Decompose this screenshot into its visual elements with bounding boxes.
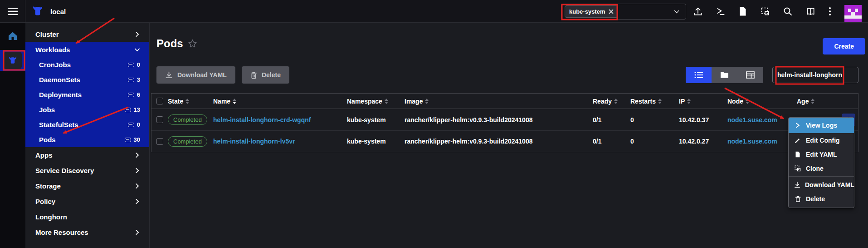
sidebar-item-label: Deployments <box>39 91 82 99</box>
resource-count: 3 <box>137 76 140 83</box>
sidebar-item-longhorn[interactable]: Longhorn <box>25 209 149 224</box>
resource-count-icon <box>128 93 134 97</box>
menu-item-view-logs[interactable]: View Logs <box>789 118 854 133</box>
sidebar-item-label: Cluster <box>35 30 59 38</box>
menu-item-edit-config[interactable]: Edit Config <box>789 133 854 147</box>
ready-cell: 0/1 <box>593 138 630 145</box>
clone-icon <box>794 165 801 172</box>
sidebar-item-storage[interactable]: Storage <box>25 178 149 193</box>
ip-cell: 10.42.0.37 <box>679 116 727 124</box>
sidebar-item-workloads[interactable]: Workloads <box>25 42 149 57</box>
overflow-menu-button[interactable] <box>829 6 831 16</box>
delete-label: Delete <box>262 71 281 79</box>
menu-item-download-yaml[interactable]: Download YAML <box>789 178 854 192</box>
menu-item-label: Delete <box>806 195 825 203</box>
row-checkbox[interactable] <box>156 116 163 123</box>
rancher-app: local kube-system <box>0 0 868 248</box>
node-link[interactable]: node1.suse.com <box>727 138 777 145</box>
search-button[interactable] <box>783 6 793 16</box>
remove-namespace-icon[interactable] <box>609 9 614 14</box>
edit-yaml-button[interactable] <box>738 6 747 16</box>
sidebar-item-label: Policy <box>35 198 55 205</box>
sidebar-item-apps[interactable]: Apps <box>25 147 149 163</box>
download-yaml-label: Download YAML <box>177 71 227 79</box>
favorite-star-icon[interactable] <box>188 39 197 48</box>
resource-count: 13 <box>134 106 140 113</box>
resource-count-icon <box>128 63 134 67</box>
sidebar-item-statefulsets[interactable]: StatefulSets 0 <box>25 117 149 132</box>
sidebar-item-cluster[interactable]: Cluster <box>25 26 149 42</box>
state-cell: Completed <box>168 136 213 147</box>
sidebar-item-cronjobs[interactable]: CronJobs 0 <box>25 57 149 72</box>
chevron-right-icon <box>134 168 140 174</box>
sidebar-item-deployments[interactable]: Deployments 6 <box>25 87 149 102</box>
menu-item-label: Edit YAML <box>806 151 837 158</box>
table-row: Completed helm-install-longhorn-crd-wgqn… <box>151 109 858 130</box>
delete-button[interactable]: Delete <box>242 66 289 84</box>
table-header-row: State Name Namespace Image Ready Restart… <box>151 94 858 109</box>
sidebar-nav: Cluster Workloads CronJobs 0 DaemonSets … <box>25 23 150 248</box>
page-title: Pods <box>156 37 183 50</box>
column-header-image[interactable]: Image <box>405 98 593 105</box>
column-header-ready[interactable]: Ready <box>593 98 630 105</box>
column-header-name[interactable]: Name <box>213 98 347 105</box>
topbar: local kube-system <box>0 0 868 23</box>
home-button[interactable] <box>0 29 25 43</box>
column-header-state[interactable]: State <box>168 98 213 105</box>
hamburger-menu-button[interactable] <box>0 0 25 23</box>
resource-count-icon <box>125 138 131 142</box>
create-button[interactable]: Create <box>823 38 865 55</box>
paste-icon <box>760 6 770 16</box>
download-yaml-button[interactable]: Download YAML <box>156 66 235 84</box>
filter-input[interactable] <box>772 67 858 83</box>
file-icon <box>738 6 747 16</box>
kubectl-shell-button[interactable] <box>716 6 726 16</box>
docs-button[interactable] <box>805 6 816 16</box>
pod-name-link[interactable]: helm-install-longhorn-crd-wgqnf <box>213 116 311 124</box>
resource-count: 30 <box>134 136 140 143</box>
book-icon <box>805 6 816 16</box>
sidebar-item-daemonsets[interactable]: DaemonSets 3 <box>25 72 149 87</box>
menu-item-label: Download YAML <box>805 181 854 188</box>
sidebar-item-label: Workloads <box>35 46 70 54</box>
pods-table: State Name Namespace Image Ready Restart… <box>151 93 858 152</box>
column-header-namespace[interactable]: Namespace <box>347 98 405 105</box>
sidebar-item-more-resources[interactable]: More Resources <box>25 224 149 240</box>
column-header-restarts[interactable]: Restarts <box>630 98 679 105</box>
grid-view-button[interactable] <box>737 67 763 83</box>
column-header-ip[interactable]: IP <box>679 98 727 105</box>
menu-item-clone[interactable]: Clone <box>789 161 854 175</box>
namespace-chip[interactable]: kube-system <box>565 5 618 18</box>
resource-count-icon <box>128 78 134 82</box>
sidebar-item-pods[interactable]: Pods 30 <box>25 132 149 147</box>
sidebar-item-label: CronJobs <box>39 61 71 69</box>
menu-item-edit-yaml[interactable]: Edit YAML <box>789 147 854 161</box>
sidebar-item-policy[interactable]: Policy <box>25 193 149 209</box>
folder-view-button[interactable] <box>712 67 737 83</box>
upload-icon <box>693 6 703 16</box>
node-link[interactable]: node1.suse.com <box>727 116 777 124</box>
import-button[interactable] <box>693 6 703 16</box>
sidebar-item-service-discovery[interactable]: Service Discovery <box>25 163 149 178</box>
brand: local <box>31 0 66 23</box>
list-view-button[interactable] <box>686 67 712 83</box>
column-header-age[interactable]: Age <box>797 98 858 105</box>
namespace-cell: kube-system <box>347 116 405 124</box>
select-all-checkbox[interactable] <box>156 98 163 104</box>
node-cell: node1.suse.com <box>727 116 797 124</box>
sidebar-item-jobs[interactable]: Jobs 13 <box>25 102 149 117</box>
menu-item-label: Clone <box>806 165 824 172</box>
restarts-cell: 0 <box>630 116 679 124</box>
pod-name-link[interactable]: helm-install-longhorn-lv5vr <box>213 138 295 145</box>
chevron-down-icon[interactable] <box>673 8 680 15</box>
name-cell: helm-install-longhorn-lv5vr <box>213 138 347 145</box>
namespace-filter[interactable]: kube-system <box>561 4 686 20</box>
cluster-local-button[interactable] <box>4 52 22 69</box>
column-header-node[interactable]: Node <box>727 98 797 105</box>
ready-cell: 0/1 <box>593 116 630 124</box>
import-yaml-button[interactable] <box>760 6 770 16</box>
user-avatar[interactable] <box>844 5 862 22</box>
shell-icon <box>716 6 726 16</box>
row-checkbox[interactable] <box>156 138 163 145</box>
menu-item-delete[interactable]: Delete <box>789 192 854 206</box>
